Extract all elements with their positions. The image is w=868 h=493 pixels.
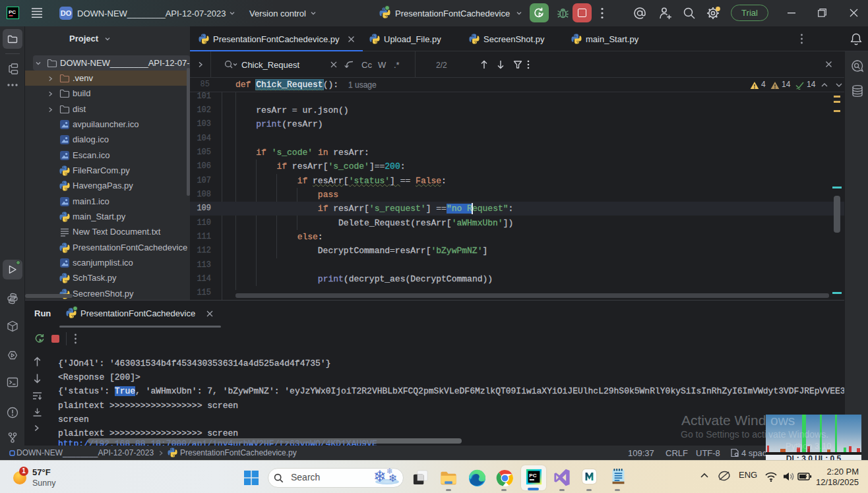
svg-text:PC: PC bbox=[9, 9, 16, 15]
svg-text:PC: PC bbox=[529, 473, 536, 478]
